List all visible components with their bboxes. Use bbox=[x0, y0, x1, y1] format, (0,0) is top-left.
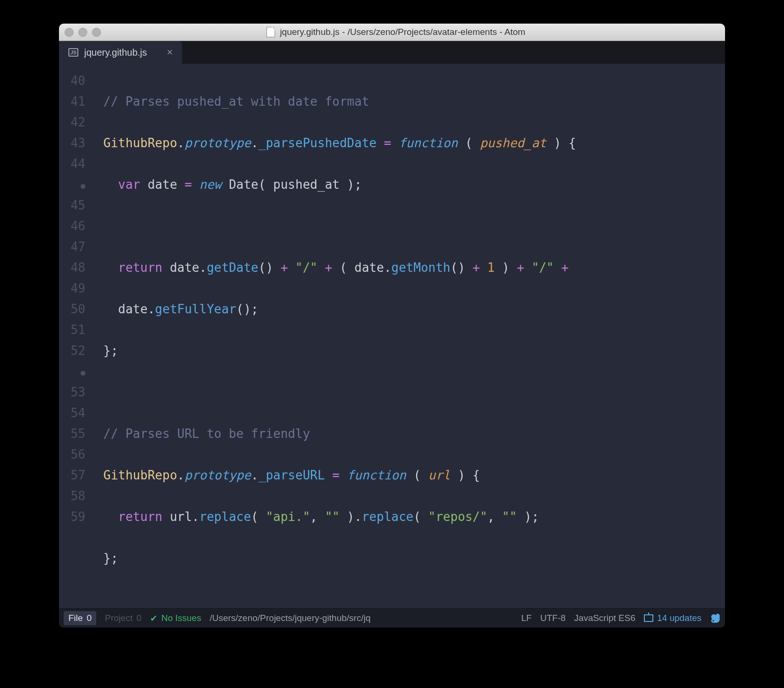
squirrel-icon[interactable] bbox=[710, 613, 720, 623]
code-token: ( bbox=[414, 510, 428, 524]
status-eol[interactable]: LF bbox=[521, 613, 532, 623]
line-number[interactable]: 53 bbox=[59, 382, 92, 403]
titlebar[interactable]: jquery.github.js - /Users/zeno/Projects/… bbox=[59, 24, 725, 41]
line-number[interactable]: 50 bbox=[59, 299, 92, 319]
code-token: + bbox=[325, 260, 333, 275]
line-number[interactable]: 57 bbox=[59, 465, 92, 486]
code-token: , bbox=[310, 510, 325, 524]
code-token: . bbox=[192, 510, 200, 524]
status-bar[interactable]: File 0 Project 0 ✔ No Issues /Users/zeno… bbox=[59, 608, 725, 628]
code-token: . bbox=[251, 468, 259, 482]
code-token: ( bbox=[251, 510, 266, 524]
code-token: return bbox=[118, 260, 162, 275]
status-project-count[interactable]: Project 0 bbox=[105, 613, 142, 623]
line-number[interactable]: 51 bbox=[59, 319, 92, 340]
fold-marker-icon[interactable] bbox=[59, 174, 92, 195]
line-number[interactable]: 56 bbox=[59, 444, 92, 465]
code-token: _parseURL bbox=[259, 468, 325, 482]
close-tab-icon[interactable]: × bbox=[167, 46, 173, 59]
code-token: = bbox=[376, 136, 399, 150]
code-token: getFullYear bbox=[155, 302, 236, 316]
code-token: . bbox=[384, 260, 392, 275]
fold-marker-icon[interactable] bbox=[59, 361, 92, 382]
check-icon: ✔ bbox=[150, 613, 158, 624]
status-encoding[interactable]: UTF-8 bbox=[540, 613, 566, 623]
code-token: . bbox=[177, 136, 185, 150]
status-project-label: Project bbox=[105, 613, 133, 623]
line-number[interactable]: 43 bbox=[59, 133, 92, 153]
status-file-value: 0 bbox=[87, 613, 92, 623]
package-icon bbox=[644, 614, 653, 622]
line-number[interactable]: 59 bbox=[59, 506, 92, 527]
zoom-window-icon[interactable] bbox=[92, 28, 101, 37]
code-token: url bbox=[162, 510, 192, 524]
close-window-icon[interactable] bbox=[65, 28, 74, 37]
minimize-window-icon[interactable] bbox=[78, 28, 87, 37]
tab-filename: jquery.github.js bbox=[84, 47, 147, 58]
code-token: // Parses URL to be friendly bbox=[103, 427, 310, 441]
code-token: replace bbox=[362, 510, 414, 524]
line-number[interactable]: 41 bbox=[59, 91, 92, 112]
line-number[interactable]: 52 bbox=[59, 340, 92, 361]
code-token: ) { bbox=[450, 468, 480, 482]
line-number[interactable]: 46 bbox=[59, 216, 92, 236]
line-number[interactable]: 44 bbox=[59, 153, 92, 174]
code-token: "" bbox=[325, 510, 340, 524]
status-filepath[interactable]: /Users/zeno/Projects/jquery-github/src/j… bbox=[209, 613, 370, 623]
line-number[interactable]: 54 bbox=[59, 403, 92, 423]
code-token bbox=[103, 510, 118, 524]
code-token: "/" bbox=[532, 260, 554, 275]
tab-active[interactable]: JS jquery.github.js × bbox=[59, 41, 182, 64]
code-token: () bbox=[450, 260, 473, 275]
code-token: new bbox=[200, 177, 222, 192]
code-token: GithubRepo bbox=[103, 468, 177, 482]
line-number[interactable]: 58 bbox=[59, 486, 92, 506]
code-token: pushed_at bbox=[480, 136, 546, 150]
code-token: Date( pushed_at ); bbox=[221, 177, 361, 192]
code-token: }; bbox=[103, 551, 118, 565]
status-updates[interactable]: 14 updates bbox=[644, 613, 701, 623]
code-token: = bbox=[184, 177, 192, 192]
code-token: + bbox=[281, 260, 288, 275]
code-token: ( bbox=[458, 136, 480, 150]
code-token: function bbox=[399, 136, 458, 150]
code-token bbox=[103, 260, 118, 275]
status-updates-text: 14 updates bbox=[657, 613, 701, 623]
code-token: . bbox=[177, 468, 185, 482]
code-token: replace bbox=[200, 510, 251, 524]
line-number[interactable]: 49 bbox=[59, 278, 92, 299]
editor-area[interactable]: 40 41 42 43 44 45 46 47 48 49 50 51 52 5… bbox=[59, 64, 725, 608]
line-number-gutter[interactable]: 40 41 42 43 44 45 46 47 48 49 50 51 52 5… bbox=[59, 64, 92, 608]
code-token: ( bbox=[406, 468, 428, 482]
line-number[interactable]: 55 bbox=[59, 423, 92, 444]
line-number[interactable]: 47 bbox=[59, 236, 92, 257]
status-file-count[interactable]: File 0 bbox=[64, 611, 96, 625]
status-grammar[interactable]: JavaScript ES6 bbox=[574, 613, 635, 623]
editor-window: jquery.github.js - /Users/zeno/Projects/… bbox=[59, 24, 725, 628]
code-content[interactable]: // Parses pushed_at with date format Git… bbox=[92, 64, 725, 608]
code-token: date bbox=[162, 260, 199, 275]
code-token: , bbox=[487, 510, 502, 524]
code-token: var bbox=[118, 177, 140, 192]
line-number[interactable]: 48 bbox=[59, 257, 92, 278]
line-number[interactable]: 45 bbox=[59, 195, 92, 216]
js-file-icon: JS bbox=[68, 48, 78, 57]
code-token bbox=[103, 177, 118, 192]
code-token: return bbox=[118, 510, 162, 524]
line-number[interactable]: 40 bbox=[59, 70, 92, 91]
line-number[interactable]: 42 bbox=[59, 112, 92, 133]
code-token: "api." bbox=[266, 510, 310, 524]
code-token: date bbox=[140, 177, 184, 192]
code-token: ) bbox=[340, 510, 354, 524]
code-token: + bbox=[561, 260, 569, 275]
status-linter[interactable]: ✔ No Issues bbox=[150, 613, 201, 624]
code-token bbox=[103, 302, 118, 316]
tab-bar[interactable]: JS jquery.github.js × bbox=[59, 41, 725, 64]
code-token: . bbox=[200, 260, 207, 275]
code-token: () bbox=[259, 260, 281, 275]
code-token: getMonth bbox=[392, 260, 450, 275]
code-token: ); bbox=[517, 510, 539, 524]
code-token: ) { bbox=[546, 136, 576, 150]
code-token: + bbox=[517, 260, 525, 275]
window-title-text: jquery.github.js - /Users/zeno/Projects/… bbox=[280, 27, 525, 37]
